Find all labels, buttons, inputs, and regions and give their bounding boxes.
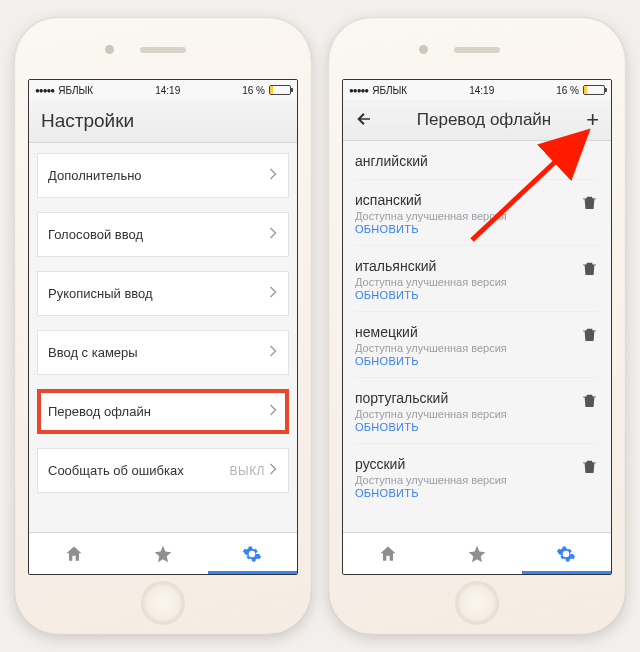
right-screen: ●●●●● ЯБЛЫК 14:19 16 % Перевод офлайн + … (342, 79, 612, 575)
update-link[interactable]: ОБНОВИТЬ (355, 487, 583, 499)
tab-settings[interactable] (522, 544, 611, 564)
language-name: английский (355, 153, 599, 169)
language-name: русский (355, 456, 583, 472)
language-subtext: Доступна улучшенная версия (355, 474, 583, 486)
delete-language-button[interactable] (583, 324, 599, 346)
settings-item-offline-translate[interactable]: Перевод офлайн (37, 389, 289, 434)
language-row-russian[interactable]: русский Доступна улучшенная версия ОБНОВ… (355, 444, 599, 509)
status-bar: ●●●●● ЯБЛЫК 14:19 16 % (29, 80, 297, 100)
page-title: Настройки (41, 110, 134, 132)
language-list[interactable]: английский испанский Доступна улучшенная… (343, 141, 611, 532)
left-device: ●●●●● ЯБЛЫК 14:19 16 % Настройки Дополни… (14, 17, 312, 635)
update-link[interactable]: ОБНОВИТЬ (355, 289, 583, 301)
signal-dots-icon: ●●●●● (35, 86, 54, 95)
tab-home[interactable] (29, 544, 118, 564)
language-name: итальянский (355, 258, 583, 274)
chevron-right-icon (269, 286, 278, 301)
language-name: немецкий (355, 324, 583, 340)
tab-bar (343, 532, 611, 574)
language-subtext: Доступна улучшенная версия (355, 408, 583, 420)
delete-language-button[interactable] (583, 390, 599, 412)
offline-header: Перевод офлайн + (343, 100, 611, 141)
settings-item-label: Сообщать об ошибках (48, 463, 230, 478)
delete-language-button[interactable] (583, 258, 599, 280)
settings-item-handwriting[interactable]: Рукописный ввод (37, 271, 289, 316)
language-row-italian[interactable]: итальянский Доступна улучшенная версия О… (355, 246, 599, 312)
battery-pct: 16 % (556, 85, 579, 96)
carrier-label: ЯБЛЫК (58, 85, 93, 96)
language-row-english[interactable]: английский (355, 141, 599, 180)
settings-item-label: Ввод с камеры (48, 345, 269, 360)
settings-item-additional[interactable]: Дополнительно (37, 153, 289, 198)
signal-dots-icon: ●●●●● (349, 86, 368, 95)
home-button[interactable] (455, 581, 499, 625)
settings-list[interactable]: Дополнительно Голосовой ввод Рукописный … (29, 143, 297, 532)
tab-favorites[interactable] (118, 544, 207, 564)
status-time: 14:19 (469, 85, 494, 96)
chevron-right-icon (269, 463, 278, 478)
tab-favorites[interactable] (432, 544, 521, 564)
settings-item-label: Голосовой ввод (48, 227, 269, 242)
settings-item-label: Рукописный ввод (48, 286, 269, 301)
settings-header: Настройки (29, 100, 297, 143)
delete-language-button[interactable] (583, 192, 599, 214)
language-subtext: Доступна улучшенная версия (355, 342, 583, 354)
chevron-right-icon (269, 345, 278, 360)
tab-settings[interactable] (208, 544, 297, 564)
home-button[interactable] (141, 581, 185, 625)
settings-item-voice-input[interactable]: Голосовой ввод (37, 212, 289, 257)
settings-item-report-errors[interactable]: Сообщать об ошибках ВЫКЛ (37, 448, 289, 493)
delete-language-button[interactable] (583, 456, 599, 478)
language-name: испанский (355, 192, 583, 208)
chevron-right-icon (269, 404, 278, 419)
battery-icon (583, 85, 605, 95)
language-row-spanish[interactable]: испанский Доступна улучшенная версия ОБН… (355, 180, 599, 246)
update-link[interactable]: ОБНОВИТЬ (355, 223, 583, 235)
carrier-label: ЯБЛЫК (372, 85, 407, 96)
language-subtext: Доступна улучшенная версия (355, 210, 583, 222)
toggle-value: ВЫКЛ (230, 464, 266, 478)
right-device: ●●●●● ЯБЛЫК 14:19 16 % Перевод офлайн + … (328, 17, 626, 635)
language-row-portuguese[interactable]: португальский Доступна улучшенная версия… (355, 378, 599, 444)
battery-pct: 16 % (242, 85, 265, 96)
front-camera (105, 45, 114, 54)
chevron-right-icon (269, 168, 278, 183)
speaker-slot (140, 47, 186, 53)
tab-home[interactable] (343, 544, 432, 564)
language-row-german[interactable]: немецкий Доступна улучшенная версия ОБНО… (355, 312, 599, 378)
tab-bar (29, 532, 297, 574)
add-language-button[interactable]: + (579, 111, 599, 129)
status-time: 14:19 (155, 85, 180, 96)
settings-item-camera-input[interactable]: Ввод с камеры (37, 330, 289, 375)
settings-item-label: Перевод офлайн (48, 404, 269, 419)
front-camera (419, 45, 428, 54)
speaker-slot (454, 47, 500, 53)
update-link[interactable]: ОБНОВИТЬ (355, 421, 583, 433)
back-button[interactable] (355, 110, 375, 130)
battery-icon (269, 85, 291, 95)
language-name: португальский (355, 390, 583, 406)
page-title: Перевод офлайн (389, 110, 579, 130)
settings-item-label: Дополнительно (48, 168, 269, 183)
left-screen: ●●●●● ЯБЛЫК 14:19 16 % Настройки Дополни… (28, 79, 298, 575)
language-subtext: Доступна улучшенная версия (355, 276, 583, 288)
chevron-right-icon (269, 227, 278, 242)
update-link[interactable]: ОБНОВИТЬ (355, 355, 583, 367)
status-bar: ●●●●● ЯБЛЫК 14:19 16 % (343, 80, 611, 100)
